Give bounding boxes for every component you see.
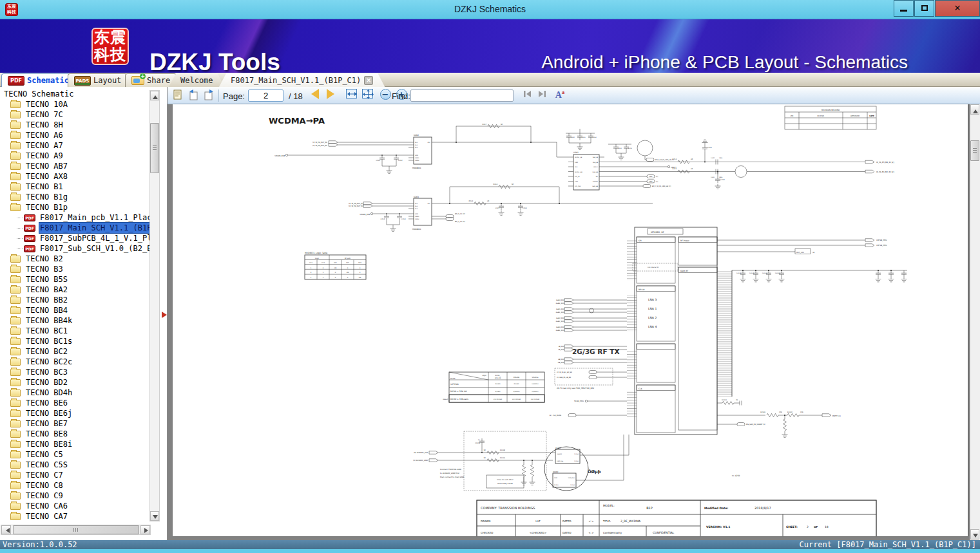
tree-item-pdf[interactable]: PDFF8017_SubPCB_4L_1_V.1_Placement <box>0 233 149 243</box>
svg-text:3GB1_RXN: 3GB1_RXN <box>556 312 565 314</box>
tree-item-folder[interactable]: TECNO B5S <box>0 274 149 285</box>
tree-item-folder[interactable]: TECNO B1 <box>0 182 149 192</box>
find-input[interactable] <box>410 89 514 102</box>
fit-width-button[interactable] <box>344 89 358 102</box>
svg-text:1: 1 <box>323 277 324 279</box>
prev-page-button[interactable] <box>308 89 322 102</box>
minimize-button[interactable] <box>894 0 914 17</box>
svg-text:3GB1_RXP: 3GB1_RXP <box>556 308 565 310</box>
tree-item-folder[interactable]: TECNO BB4k <box>0 315 149 326</box>
tree-item-folder[interactable]: TECNO BE6j <box>0 408 149 418</box>
tab-welcome-label: Welcome <box>180 76 213 85</box>
tab-layout[interactable]: PADS Layout <box>68 73 128 87</box>
tree-item-folder[interactable]: TECNO BE6 <box>0 398 149 408</box>
tree-item-folder[interactable]: TECNO BD4h <box>0 388 149 398</box>
tree-item-folder[interactable]: TECNO BD2 <box>0 377 149 388</box>
rotate-left-button[interactable] <box>187 89 201 102</box>
tree-item-folder[interactable]: TECNO B1g <box>0 192 149 202</box>
tree-item-folder[interactable]: TECNO BB4 <box>0 305 149 315</box>
zoom-out-button[interactable]: − <box>378 89 392 102</box>
close-button[interactable]: ✕ <box>935 0 980 17</box>
maximize-button[interactable] <box>914 0 934 17</box>
tree-item-folder[interactable]: TECNO BE8i <box>0 439 149 449</box>
svg-text:R1132: R1132 <box>787 411 793 413</box>
page-number-input[interactable] <box>248 89 283 102</box>
tree-item-folder[interactable]: TECNO B3 <box>0 264 149 274</box>
scroll-thumb[interactable] <box>13 525 139 534</box>
svg-text:1: 1 <box>311 267 312 269</box>
sidebar-hscrollbar[interactable] <box>1 525 151 535</box>
folder-icon <box>10 462 21 469</box>
tree-item-folder[interactable]: TECNO BA2 <box>0 285 149 295</box>
svg-text:<CHECKED>: <CHECKED> <box>530 531 546 534</box>
tree-item-folder[interactable]: TECNO B1p <box>0 202 149 212</box>
folder-icon <box>10 400 21 407</box>
font-size-button[interactable]: Aa <box>553 89 567 102</box>
svg-text:GND1: GND1 <box>415 216 419 218</box>
tree-item-folder[interactable]: TECNO A7 <box>0 140 149 151</box>
tree-item-pdf[interactable]: PDFF8017_Sub_SCH_V1.0_(B2_B1P) <box>0 243 149 254</box>
scroll-thumb[interactable] <box>150 123 159 173</box>
tree-item-label: TECNO BC2c <box>24 357 73 367</box>
scroll-left-icon[interactable] <box>1 525 11 534</box>
tree-item-folder[interactable]: TECNO 8H <box>0 120 149 130</box>
tab-document[interactable]: F8017_Main_SCH_V1.1_(B1P_C1) × <box>219 73 385 87</box>
tab-welcome[interactable]: Welcome <box>169 73 225 87</box>
tab-share[interactable]: Share <box>125 73 177 87</box>
tree-item-folder[interactable]: TECNO C7 <box>0 470 149 480</box>
tree-item-folder[interactable]: TECNO BE8 <box>0 429 149 439</box>
tab-close-icon[interactable]: × <box>364 76 373 85</box>
next-page-button[interactable] <box>323 89 338 102</box>
tree-item-folder[interactable]: TECNO BB2 <box>0 295 149 305</box>
tree-item-folder[interactable]: TECNO B2 <box>0 254 149 264</box>
pads-icon: PADS <box>74 76 91 86</box>
tree-item-folder[interactable]: TECNO BC2 <box>0 346 149 357</box>
scroll-up-icon[interactable] <box>150 91 159 100</box>
tree-item-folder[interactable]: TECNO BC1 <box>0 326 149 336</box>
svg-text:U201: U201 <box>573 151 579 154</box>
copy-page-button[interactable] <box>171 89 185 102</box>
tree-item-folder[interactable]: TECNO BE7 <box>0 418 149 429</box>
tree-item-folder[interactable]: TECNO AX8 <box>0 171 149 182</box>
scroll-right-icon[interactable] <box>140 525 150 534</box>
rotate-right-button[interactable] <box>202 89 216 102</box>
folder-icon <box>10 348 21 355</box>
folder-icon <box>10 513 21 520</box>
tab-bar: PDF Schematic PADS Layout Share Welcome … <box>0 73 980 87</box>
tree-item-folder[interactable]: TECNO A6 <box>0 130 149 140</box>
page-total: / 18 <box>289 91 303 101</box>
fit-page-button[interactable] <box>360 89 374 102</box>
tree-item-folder[interactable]: TECNO C8 <box>0 480 149 491</box>
tree-item-folder[interactable]: TECNO BC1s <box>0 336 149 346</box>
tree-item-pdf[interactable]: PDFF8017_Main_SCH_V1.1_(B1P_C1) <box>0 223 149 233</box>
find-previous-icon[interactable] <box>521 89 535 102</box>
tree-item-folder[interactable]: TECNO CA7 <box>0 511 149 521</box>
folder-icon <box>10 286 21 294</box>
scroll-down-icon[interactable] <box>150 511 159 521</box>
tree-item-folder[interactable]: TECNO C5 <box>0 449 149 460</box>
tree-item-folder[interactable]: TECNO BC2c <box>0 357 149 367</box>
svg-text:[2] W_PA_B1_B2_EN: [2] W_PA_B1_B2_EN <box>557 371 572 373</box>
tab-schematic[interactable]: PDF Schematic <box>1 73 75 87</box>
sidebar-vscrollbar[interactable] <box>149 90 160 521</box>
tree-item-folder[interactable]: TECNO BC3 <box>0 367 149 377</box>
tree-item-folder[interactable]: TECNO C5S <box>0 460 149 470</box>
scroll-up-icon[interactable] <box>970 104 979 115</box>
find-next-icon[interactable] <box>535 89 549 102</box>
tree-item-folder[interactable]: TECNO 7C <box>0 109 149 120</box>
svg-text:BPI 40: BPI 40 <box>639 288 645 291</box>
document-vscrollbar[interactable] <box>970 104 980 540</box>
svg-text:[1] W_PA_OUT_B5: [1] W_PA_OUT_B5 <box>312 145 327 147</box>
tree-item-pdf[interactable]: PDFF8017_Main_pcb_V1.1_Placement <box>0 212 149 223</box>
scroll-thumb[interactable] <box>970 140 979 161</box>
schematic-page[interactable]: WCDMA→PA REVISION RECORD LTR ECO NO. APP… <box>173 104 968 536</box>
scroll-down-icon[interactable] <box>970 529 979 539</box>
tree-root-item[interactable]: TECNO Schematic <box>0 89 149 99</box>
tree-item-folder[interactable]: TECNO CA6 <box>0 501 149 511</box>
svg-text:GND: GND <box>575 181 578 183</box>
tree-item-folder[interactable]: TECNO 10A <box>0 99 149 109</box>
tree-item-folder[interactable]: TECNO C9 <box>0 491 149 501</box>
tree-item-folder[interactable]: TECNO A9 <box>0 151 149 161</box>
tree-item-folder[interactable]: TECNO AB7 <box>0 161 149 171</box>
svg-text:C218: C218 <box>720 179 725 181</box>
